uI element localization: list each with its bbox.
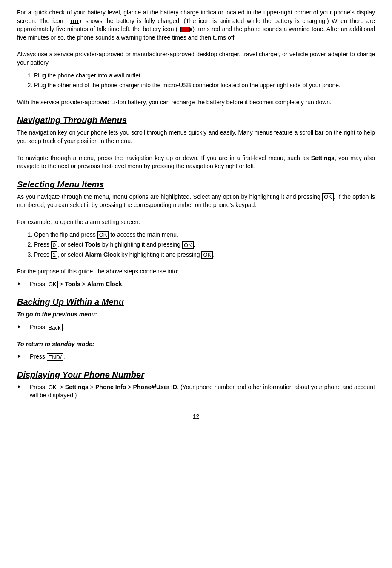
ok-key-6: OK xyxy=(47,384,58,391)
spacer6 xyxy=(17,336,375,340)
end-bullet-list: Press END/. xyxy=(17,353,375,361)
charging-step-2: Plug the other end of the phone charger … xyxy=(34,81,375,90)
page-number: 12 xyxy=(17,413,375,421)
condense-bullet-item: Press OK > Tools > Alarm Clock. xyxy=(17,280,375,289)
spacer5 xyxy=(17,263,375,267)
selecting-para1: As you navigate through the menu, menu o… xyxy=(17,193,375,209)
end-key: END/ xyxy=(47,353,63,361)
spacer3 xyxy=(17,150,375,154)
displaying-phone-number-heading: Displaying Your Phone Number xyxy=(17,369,375,381)
tools-bold-2: Tools xyxy=(65,281,80,287)
alarm-clock-bold-1: Alarm Clock xyxy=(85,251,120,258)
nav-menus-para2: To navigate through a menu, press the na… xyxy=(17,154,375,171)
navigating-menus-heading: Navigating Through Menus xyxy=(17,114,375,126)
back-bullet-item: Press Back. xyxy=(17,323,375,332)
ok-key-1: OK xyxy=(322,193,334,201)
alarm-intro-para: For example, to open the alarm setting s… xyxy=(17,218,375,227)
tools-bold-1: Tools xyxy=(85,241,100,248)
go-to-previous-subheading: To go to the previous menu: xyxy=(17,310,375,319)
battery-full-icon xyxy=(70,19,79,24)
phone-number-bold: Phone#/User ID xyxy=(133,384,177,390)
phone-info-bold: Phone Info xyxy=(95,384,126,390)
condense-intro: For the purpose of this guide, the above… xyxy=(17,267,375,276)
ok-key-4: OK xyxy=(201,251,213,259)
phone-number-bullet-item: Press OK > Settings > Phone Info > Phone… xyxy=(17,383,375,400)
alarm-steps-list: Open the flip and press OK to access the… xyxy=(34,231,375,259)
li-ion-para: With the service provider-approved Li-Io… xyxy=(17,98,375,107)
back-key: Back xyxy=(47,324,63,332)
battery-intro-para1: For a quick check of your battery level,… xyxy=(17,9,375,42)
alarm-clock-bold-2: Alarm Clock xyxy=(87,281,122,287)
one-key: 1 xyxy=(51,251,57,259)
ok-key-2: OK xyxy=(97,231,109,239)
ok-key-5: OK xyxy=(47,281,58,288)
condense-bullet-list: Press OK > Tools > Alarm Clock. xyxy=(17,280,375,289)
spacer1 xyxy=(17,46,375,50)
return-to-standby-subheading: To return to standby mode: xyxy=(17,340,375,349)
spacer4 xyxy=(17,214,375,218)
end-bullet-item: Press END/. xyxy=(17,353,375,361)
settings-bold: Settings xyxy=(311,155,335,161)
nav-menus-para1: The navigation key on your phone lets yo… xyxy=(17,129,375,145)
phone-number-bullet-list: Press OK > Settings > Phone Info > Phone… xyxy=(17,383,375,400)
back-bullet-list: Press Back. xyxy=(17,323,375,332)
charging-step-1: Plug the phone charger into a wall outle… xyxy=(34,72,375,80)
settings-bold-2: Settings xyxy=(65,384,89,390)
page-content: For a quick check of your battery level,… xyxy=(17,9,375,421)
alarm-step-2: Press 0, or select Tools by highlighting… xyxy=(34,241,375,249)
charging-steps-list: Plug the phone charger into a wall outle… xyxy=(34,72,375,90)
ok-key-3: OK xyxy=(182,241,194,249)
battery-red-icon xyxy=(180,27,190,32)
selecting-menu-items-heading: Selecting Menu Items xyxy=(17,178,375,190)
battery-charger-para: Always use a service provider-approved o… xyxy=(17,50,375,67)
backing-up-heading: Backing Up Within a Menu xyxy=(17,296,375,308)
alarm-step-1: Open the flip and press OK to access the… xyxy=(34,231,375,239)
zero-key: 0 xyxy=(51,241,57,249)
spacer2 xyxy=(17,94,375,98)
alarm-step-3: Press 1, or select Alarm Clock by highli… xyxy=(34,251,375,259)
